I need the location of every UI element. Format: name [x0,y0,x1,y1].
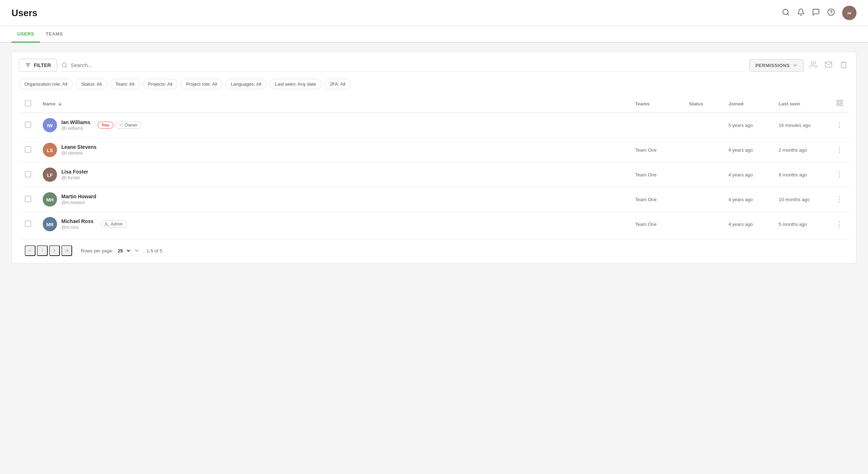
user-badges: Admin [100,221,127,228]
permissions-button[interactable]: PERMISSIONS [749,59,804,72]
row-checkbox-cell [19,113,37,138]
th-teams: Teams [629,95,683,113]
page-title: Users [11,8,37,19]
row-actions-cell: ⋮ [830,138,849,162]
filter-label: FILTER [34,62,51,68]
last-page-button[interactable] [61,245,72,256]
select-all-checkbox[interactable] [25,100,31,106]
user-name: Leane Stevens [61,144,97,150]
user-handle: @m.ross [61,225,93,230]
user-info-1: Leane Stevens @l.stevens [61,144,97,156]
user-name: Michael Ross [61,218,93,224]
rows-per-page-control: Rows per page: 25 50 100 [81,248,139,254]
tab-teams[interactable]: TEAMS [40,26,69,43]
user-avatar-3: MH [43,192,57,207]
filter-button[interactable]: FILTER [19,59,57,72]
svg-rect-13 [837,100,839,103]
row-actions-menu-4[interactable]: ⋮ [836,221,843,228]
search-icon[interactable] [782,8,790,18]
prev-page-button[interactable] [37,245,48,256]
toolbar-right: PERMISSIONS [749,59,849,72]
row-checkbox-3[interactable] [25,196,31,202]
row-status-cell [683,212,723,237]
user-name: Lisa Foster [61,169,88,175]
row-teams-cell: Team One [629,212,683,237]
user-avatar-2: LF [43,167,57,182]
row-name-cell: IW Ian Williams @i.williams You🛡 Owner [37,113,629,138]
th-last-seen: Last seen [773,95,830,113]
svg-text:IW: IW [47,123,53,128]
row-status-cell [683,113,723,138]
th-name[interactable]: Name [37,95,629,113]
svg-rect-16 [840,104,843,106]
row-actions-menu-2[interactable]: ⋮ [836,171,843,178]
row-actions-cell: ⋮ [830,113,849,138]
row-actions-menu-3[interactable]: ⋮ [836,196,843,203]
row-joined: 4 years ago [728,172,753,177]
row-team: Team One [635,197,657,202]
user-handle: @l.forster [61,175,88,180]
row-last-seen: 2 months ago [779,147,807,153]
row-name-cell: MH Martin Howard @m.howard [37,187,629,212]
bell-icon[interactable] [797,8,805,18]
row-joined-cell: 4 years ago [723,212,773,237]
group-icon[interactable] [808,59,819,72]
search-input[interactable] [71,62,745,68]
row-checkbox-4[interactable] [25,221,31,227]
th-status: Status [683,95,723,113]
filter-chip-languages[interactable]: Languages: All [225,79,267,89]
first-page-button[interactable] [25,245,36,256]
next-page-button[interactable] [49,245,60,256]
filter-chip-projects[interactable]: Projects: All [143,79,178,89]
users-card: FILTER PERMISSIONS [11,51,857,264]
svg-point-27 [105,222,107,224]
table-row: LF Lisa Foster @l.forster Team One 4 yea… [19,162,849,187]
table-header-row: Name Teams Status Joined Last seen [19,95,849,113]
row-team: Team One [635,222,657,227]
row-checkbox-0[interactable] [25,122,31,128]
delete-icon[interactable] [838,59,849,72]
row-name-cell: LS Leane Stevens @l.stevens [37,138,629,162]
filter-chip-status[interactable]: Status: All [76,79,107,89]
svg-point-11 [811,61,814,64]
row-actions-cell: ⋮ [830,187,849,212]
th-grid[interactable] [830,95,849,113]
row-last-seen: 5 months ago [779,222,807,227]
row-checkbox-cell [19,138,37,162]
user-name: Ian Williams [61,119,90,125]
page-info: 1-5 of 5 [146,248,162,253]
filter-chip-2fa[interactable]: 2FA: All [324,79,351,89]
row-teams-cell: Team One [629,162,683,187]
help-icon[interactable] [827,8,835,18]
user-avatar-0: IW [43,118,57,132]
row-last-seen-cell: 10 months ago [773,187,830,212]
grid-icon[interactable] [836,101,843,108]
table-body: IW Ian Williams @i.williams You🛡 Owner 5… [19,113,849,237]
filter-chip-org-role[interactable]: Organization role: All [19,79,73,89]
chat-icon[interactable] [812,8,820,18]
filter-chip-project-role[interactable]: Project role: All [180,79,222,89]
filter-chip-team[interactable]: Team: All [110,79,140,89]
row-checkbox-cell [19,212,37,237]
email-icon[interactable] [823,59,834,72]
svg-text:MR: MR [46,222,54,227]
row-checkbox-2[interactable] [25,171,31,177]
row-last-seen: 16 minutes ago [779,123,811,128]
search-box [61,59,745,72]
user-avatar[interactable]: IW [842,6,857,20]
rows-per-page-select[interactable]: 25 50 100 [116,248,131,254]
th-name-label: Name [43,101,55,106]
row-actions-menu-1[interactable]: ⋮ [836,146,843,153]
th-checkbox [19,95,37,113]
row-joined-cell: 4 years ago [723,162,773,187]
row-checkbox-1[interactable] [25,146,31,153]
row-actions-menu-0[interactable]: ⋮ [836,122,843,129]
tab-users[interactable]: USERS [11,26,40,43]
svg-rect-15 [837,104,839,106]
row-teams-cell: Team One [629,138,683,162]
svg-line-10 [66,66,67,67]
filter-chip-last-seen[interactable]: Last seen: Any date [269,79,321,89]
row-status-cell [683,162,723,187]
user-badges: You🛡 Owner [98,122,141,129]
users-table: Name Teams Status Joined Last seen [19,95,849,236]
